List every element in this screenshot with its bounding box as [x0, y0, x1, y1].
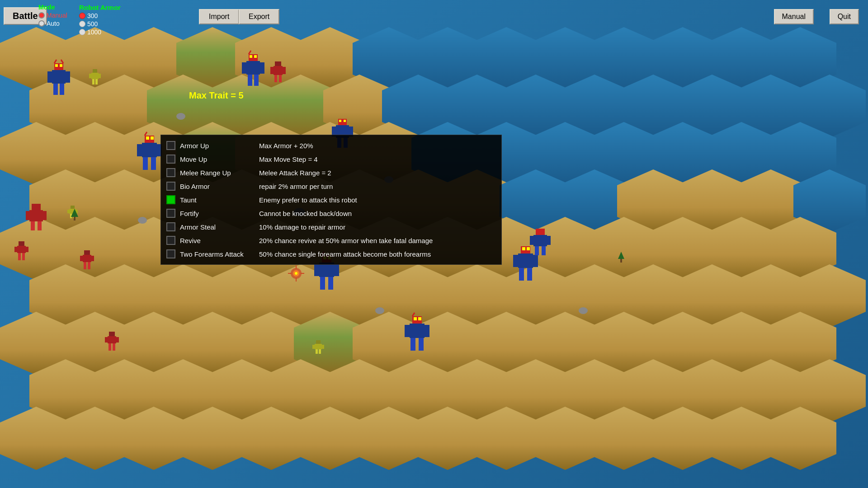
- svg-rect-77: [19, 241, 24, 246]
- trait-checkbox-armor-up[interactable]: [166, 141, 175, 150]
- svg-rect-108: [142, 143, 157, 157]
- trait-checkbox-two-forearms[interactable]: [166, 249, 175, 258]
- svg-rect-11: [246, 61, 260, 75]
- svg-rect-99: [316, 349, 318, 354]
- svg-rect-69: [410, 324, 425, 338]
- svg-rect-38: [38, 221, 42, 230]
- svg-rect-83: [84, 250, 90, 255]
- trait-name-bio-armor: Bio Armor: [180, 183, 255, 190]
- trait-name-two-forearms: Two Forearms Attack: [180, 250, 255, 258]
- trait-checkbox-taunt[interactable]: [166, 195, 175, 204]
- trait-desc-armor-steal: 10% damage to repair armor: [259, 223, 496, 231]
- svg-rect-56: [513, 255, 519, 267]
- svg-rect-22: [282, 67, 286, 74]
- svg-rect-98: [321, 345, 324, 349]
- svg-rect-84: [83, 255, 91, 262]
- svg-rect-92: [116, 337, 119, 343]
- svg-line-8: [54, 60, 57, 63]
- svg-marker-116: [71, 209, 78, 217]
- svg-rect-79: [14, 247, 18, 252]
- trait-checkbox-fortify[interactable]: [166, 209, 175, 218]
- trait-row-fortify: FortifyCannot be knocked back/down: [161, 206, 501, 220]
- trait-row-bio-armor: Bio Armorrepair 2% armor per turn: [161, 179, 501, 193]
- svg-rect-75: [418, 317, 421, 320]
- svg-rect-74: [414, 317, 417, 320]
- trait-row-taunt: TauntEnemy prefer to attack this robot: [161, 193, 501, 206]
- svg-rect-87: [84, 262, 86, 269]
- svg-rect-67: [542, 246, 546, 255]
- svg-rect-49: [320, 277, 325, 290]
- svg-rect-78: [17, 246, 26, 253]
- svg-rect-91: [105, 337, 108, 343]
- trait-desc-bio-armor: repair 2% armor per turn: [259, 183, 496, 190]
- trait-row-armor-steal: Armor Steal10% damage to repair armor: [161, 220, 501, 234]
- import-button[interactable]: Import: [199, 9, 239, 24]
- svg-rect-72: [410, 338, 415, 351]
- svg-rect-44: [95, 79, 98, 84]
- svg-rect-58: [519, 268, 524, 281]
- svg-rect-66: [535, 246, 539, 255]
- svg-rect-3: [65, 71, 70, 83]
- trait-name-fortify: Fortify: [180, 210, 255, 217]
- trait-desc-armor-up: Max Armor + 20%: [259, 142, 496, 150]
- svg-rect-2: [47, 71, 53, 83]
- svg-rect-65: [546, 236, 551, 245]
- trait-checkbox-bio-armor[interactable]: [166, 182, 175, 191]
- trait-desc-two-forearms: 50% chance single forearm attack become …: [259, 250, 496, 258]
- svg-rect-14: [248, 75, 252, 86]
- svg-rect-5: [60, 84, 64, 95]
- svg-rect-23: [274, 75, 277, 82]
- svg-rect-59: [527, 268, 532, 281]
- trait-checkbox-revive[interactable]: [166, 236, 175, 245]
- trait-checkbox-move-up[interactable]: [166, 155, 175, 164]
- svg-rect-37: [31, 221, 35, 230]
- trait-row-move-up: Move UpMax Move Step = 4: [161, 152, 501, 166]
- svg-rect-15: [254, 75, 259, 86]
- svg-line-9: [61, 60, 63, 63]
- svg-rect-6: [55, 64, 58, 67]
- svg-rect-47: [314, 264, 320, 276]
- svg-rect-70: [405, 325, 410, 337]
- quit-button[interactable]: Quit: [830, 9, 859, 24]
- trait-name-armor-steal: Armor Steal: [180, 223, 255, 231]
- svg-rect-13: [259, 62, 264, 74]
- svg-rect-111: [143, 157, 148, 170]
- battle-button[interactable]: Battle: [4, 7, 47, 25]
- svg-rect-42: [98, 74, 101, 78]
- svg-rect-86: [91, 256, 94, 261]
- svg-rect-64: [530, 236, 534, 245]
- svg-rect-109: [137, 144, 143, 156]
- svg-line-18: [249, 51, 251, 54]
- svg-rect-12: [242, 62, 247, 74]
- trait-row-revive: Revive20% chance revive at 50% armor whe…: [161, 234, 501, 247]
- svg-rect-16: [250, 55, 252, 58]
- trait-row-armor-up: Armor UpMax Armor + 20%: [161, 139, 501, 152]
- trait-checkbox-melee-range-up[interactable]: [166, 168, 175, 177]
- export-button[interactable]: Export: [239, 9, 279, 24]
- svg-rect-97: [312, 345, 315, 349]
- svg-rect-17: [254, 55, 257, 58]
- trait-name-melee-range-up: Melee Range Up: [180, 169, 255, 177]
- trait-row-two-forearms: Two Forearms Attack50% chance single for…: [161, 247, 501, 261]
- svg-rect-39: [93, 69, 97, 73]
- svg-rect-32: [344, 120, 346, 122]
- svg-rect-89: [109, 332, 115, 336]
- svg-rect-85: [80, 256, 83, 261]
- traits-panel: Armor UpMax Armor + 20%Move UpMax Move S…: [160, 135, 502, 265]
- svg-rect-19: [275, 61, 281, 66]
- svg-rect-113: [146, 136, 149, 140]
- svg-rect-21: [270, 67, 274, 74]
- svg-rect-112: [151, 157, 156, 170]
- trait-desc-fortify: Cannot be knocked back/down: [259, 210, 496, 217]
- trait-desc-taunt: Enemy prefer to attack this robot: [259, 196, 496, 204]
- svg-rect-93: [108, 343, 111, 351]
- svg-rect-73: [419, 338, 424, 351]
- svg-rect-119: [620, 259, 622, 263]
- svg-rect-114: [151, 136, 154, 140]
- svg-rect-20: [274, 66, 283, 75]
- svg-rect-35: [26, 211, 30, 220]
- trait-name-revive: Revive: [180, 237, 255, 244]
- svg-rect-4: [53, 84, 58, 95]
- trait-checkbox-armor-steal[interactable]: [166, 222, 175, 231]
- manual-button[interactable]: Manual: [774, 9, 814, 24]
